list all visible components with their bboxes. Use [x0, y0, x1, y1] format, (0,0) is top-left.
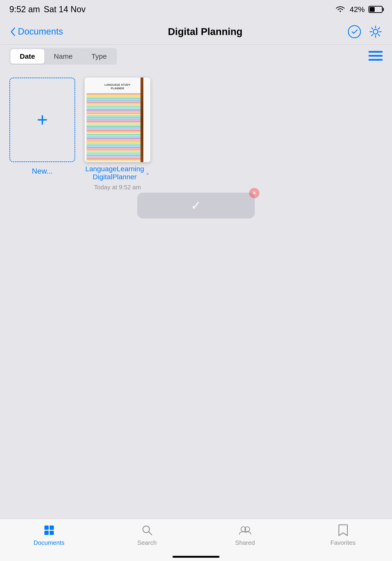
shared-icon	[239, 524, 252, 536]
grid-icon	[44, 526, 54, 535]
tab-shared[interactable]: Shared	[196, 524, 294, 546]
planner-line	[87, 101, 141, 102]
svg-point-1	[373, 29, 378, 34]
planner-line	[87, 97, 141, 98]
toast-check-icon: ✓	[191, 198, 201, 213]
battery-percentage: 42%	[350, 5, 365, 14]
planner-line	[87, 159, 141, 160]
planner-line	[87, 98, 141, 99]
new-tile-box: +	[9, 77, 75, 162]
planner-line	[87, 146, 141, 147]
planner-line	[87, 113, 141, 114]
planner-line	[87, 95, 141, 95]
svg-line-7	[149, 532, 152, 535]
planner-line	[87, 153, 141, 153]
planner-line	[87, 124, 141, 124]
search-tab-icon	[141, 524, 154, 537]
status-right: 42%	[335, 5, 383, 14]
planner-cover-title: LANGUAGE STUDYPLANNER	[85, 77, 150, 92]
planner-line	[87, 104, 141, 105]
planner-line	[87, 128, 141, 128]
navigation-bar: Documents Digital Planning	[0, 19, 392, 45]
search-icon	[141, 524, 153, 536]
battery-fill	[370, 7, 375, 12]
shared-tab-label: Shared	[235, 539, 255, 546]
settings-button[interactable]	[369, 25, 383, 39]
planner-line	[87, 151, 141, 152]
planner-line	[87, 122, 141, 123]
planner-line	[87, 108, 141, 108]
sort-bar: Date Name Type	[0, 45, 392, 68]
gear-icon	[369, 25, 383, 39]
document-chevron-icon[interactable]: ⌄	[145, 170, 150, 176]
document-tile[interactable]: LANGUAGE STUDYPLANNER LanguageLearningDi…	[85, 77, 150, 191]
planner-line	[87, 96, 141, 97]
planner-line	[87, 116, 141, 116]
nav-actions	[347, 25, 383, 39]
planner-line	[87, 130, 141, 131]
planner-line	[87, 155, 141, 156]
sort-options: Date Name Type	[9, 48, 117, 65]
planner-line	[87, 121, 141, 122]
status-time: 9:52 am	[9, 4, 40, 14]
document-name-row: LanguageLearningDigitalPlanner ⌄	[85, 165, 150, 181]
sort-by-name[interactable]: Name	[44, 49, 82, 64]
sort-by-type[interactable]: Type	[82, 49, 116, 64]
planner-line	[87, 147, 141, 148]
circle-check-button[interactable]	[347, 25, 361, 39]
planner-line	[87, 129, 141, 130]
planner-line	[87, 100, 141, 101]
planner-line	[87, 150, 141, 151]
planner-line	[87, 136, 141, 136]
list-view-icon	[369, 50, 383, 62]
tab-bar: Documents Search Shared Fa	[0, 519, 392, 561]
search-tab-label: Search	[137, 539, 156, 546]
toast-notification: ✕ ✓	[137, 193, 255, 218]
planner-line	[87, 102, 141, 103]
planner-line	[87, 93, 141, 94]
planner-line	[87, 154, 141, 155]
shared-tab-icon	[239, 524, 252, 537]
planner-line	[87, 112, 141, 113]
status-bar: 9:52 am Sat 14 Nov 42%	[0, 0, 392, 19]
document-thumbnail: LANGUAGE STUDYPLANNER	[85, 77, 150, 162]
bookmark-icon	[338, 524, 348, 537]
planner-line	[87, 142, 141, 143]
back-button[interactable]: Documents	[9, 27, 63, 37]
plus-icon: +	[37, 110, 48, 129]
planner-line	[87, 138, 141, 139]
list-view-button[interactable]	[369, 50, 383, 63]
tab-documents[interactable]: Documents	[0, 524, 98, 546]
planner-line	[87, 134, 141, 135]
toast-body: ✓	[137, 193, 255, 218]
svg-point-0	[348, 26, 360, 38]
new-document-tile[interactable]: + New...	[9, 77, 75, 175]
planner-line	[87, 161, 141, 162]
sort-by-date[interactable]: Date	[10, 49, 44, 64]
planner-line	[87, 131, 141, 132]
new-tile-label: New...	[32, 167, 53, 175]
planner-line	[87, 149, 141, 149]
home-indicator	[173, 556, 219, 558]
battery-icon	[369, 6, 383, 13]
planner-line	[87, 141, 141, 141]
planner-line	[87, 105, 141, 106]
back-label: Documents	[18, 27, 63, 37]
content-area: + New... LANGUAGE STUDYPLANNER LanguageL…	[0, 68, 392, 200]
svg-rect-4	[369, 59, 383, 61]
planner-line	[87, 140, 141, 140]
planner-line	[87, 114, 141, 115]
tab-favorites[interactable]: Favorites	[294, 524, 392, 546]
planner-line	[87, 133, 141, 134]
circle-check-icon	[347, 25, 361, 39]
toast-close-button[interactable]: ✕	[249, 188, 260, 198]
planner-line	[87, 145, 141, 145]
tab-search[interactable]: Search	[98, 524, 196, 546]
planner-line	[87, 126, 141, 127]
documents-tab-label: Documents	[34, 539, 65, 546]
planner-line	[87, 158, 141, 159]
favorites-tab-label: Favorites	[330, 539, 356, 546]
planner-line	[87, 107, 141, 107]
planner-cover: LANGUAGE STUDYPLANNER	[85, 77, 150, 162]
documents-tab-icon	[43, 524, 56, 537]
